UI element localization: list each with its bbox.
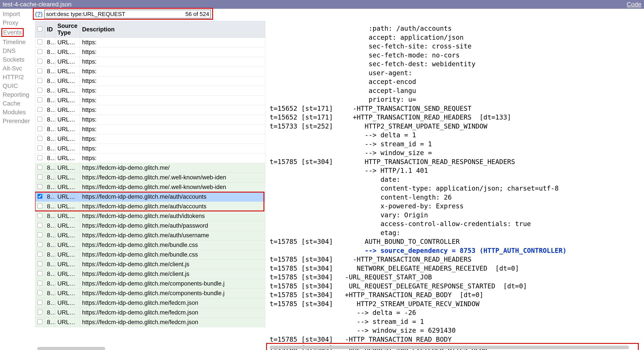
row-source-type: URL_REQUEST — [55, 57, 80, 67]
table-row[interactable]: 8984URL_REQUESThttps://fedcm-idp-demo.gl… — [35, 211, 265, 221]
row-id: 8984 — [45, 211, 55, 221]
row-checkbox[interactable] — [38, 213, 42, 218]
row-checkbox[interactable] — [38, 136, 42, 141]
table-row[interactable]: 8726URL_REQUESThttps: — [35, 57, 265, 67]
table-row[interactable]: 8716URL_REQUESThttps://fedcm-idp-demo.gl… — [35, 173, 265, 182]
row-checkbox[interactable] — [38, 126, 42, 131]
row-checkbox[interactable] — [38, 117, 42, 122]
sidebar-item-prerender[interactable]: Prerender — [3, 118, 35, 125]
sidebar-item-reporting[interactable]: Reporting — [3, 91, 35, 98]
row-id: 8855 — [45, 231, 55, 240]
filter-help-link[interactable]: (?) — [35, 11, 42, 18]
table-row[interactable]: 8777URL_REQUESThttps://fedcm-idp-demo.gl… — [35, 163, 265, 173]
sidebar-item-dns[interactable]: DNS — [3, 47, 35, 54]
row-checkbox[interactable] — [38, 232, 42, 237]
code-link[interactable]: Code — [627, 0, 641, 9]
sidebar-item-timeline[interactable]: Timeline — [3, 39, 35, 46]
row-id: 8851 — [45, 86, 55, 96]
select-all-checkbox[interactable] — [38, 27, 42, 31]
row-id: 8716 — [45, 173, 55, 182]
row-checkbox[interactable] — [38, 261, 42, 266]
row-checkbox[interactable] — [38, 175, 42, 179]
table-row[interactable]: 8790URL_REQUESThttps://fedcm-idp-demo.gl… — [35, 279, 265, 289]
col-description[interactable]: Description — [80, 21, 265, 38]
log-line: t=15652 [st=171] -HTTP_TRANSACTION_SEND_… — [270, 104, 640, 113]
row-id: 8938 — [45, 221, 55, 231]
row-checkbox[interactable] — [38, 252, 42, 257]
row-source-type: URL_REQUEST — [55, 298, 80, 308]
table-row[interactable]: 8589URL_REQUESThttps: — [35, 134, 265, 144]
table-row[interactable]: 8851URL_REQUESThttps: — [35, 86, 265, 96]
table-row[interactable]: 8960URL_REQUESThttps://fedcm-idp-demo.gl… — [35, 317, 265, 327]
row-description: https: — [80, 57, 265, 67]
table-row[interactable]: 8926URL_REQUESThttps: — [35, 105, 265, 115]
table-row[interactable]: 8939URL_REQUESThttps: — [35, 96, 265, 105]
sidebar-item-cache[interactable]: Cache — [3, 100, 35, 107]
sidebar-item-http2[interactable]: HTTP/2 — [3, 74, 35, 81]
table-row[interactable]: 8617URL_REQUESThttps: — [35, 125, 265, 134]
horizontal-scrollbar-left[interactable] — [37, 347, 105, 350]
table-row[interactable]: 8743URL_REQUESThttps://fedcm-idp-demo.gl… — [35, 192, 265, 202]
table-row[interactable]: 8855URL_REQUESThttps://fedcm-idp-demo.gl… — [35, 231, 265, 240]
sidebar-item-events[interactable]: Events — [1, 28, 24, 37]
table-row[interactable]: 8869URL_REQUESThttps: — [35, 154, 265, 163]
col-source-type[interactable]: Source Type — [55, 21, 80, 38]
row-checkbox[interactable] — [38, 290, 42, 295]
row-checkbox[interactable] — [38, 223, 42, 228]
table-row[interactable]: 8822URL_REQUESThttps://fedcm-idp-demo.gl… — [35, 260, 265, 269]
row-checkbox[interactable] — [38, 78, 42, 83]
table-row[interactable]: 8894URL_REQUESThttps://fedcm-idp-demo.gl… — [35, 289, 265, 298]
sidebar-item-quic[interactable]: QUIC — [3, 83, 35, 90]
row-checkbox[interactable] — [38, 194, 42, 199]
row-checkbox[interactable] — [38, 68, 42, 73]
sidebar-item-modules[interactable]: Modules — [3, 109, 35, 116]
horizontal-scrollbar-right[interactable] — [270, 345, 629, 349]
row-checkbox[interactable] — [38, 146, 42, 150]
sidebar-item-proxy[interactable]: Proxy — [3, 19, 35, 26]
row-checkbox[interactable] — [38, 155, 42, 160]
col-checkbox[interactable] — [35, 21, 45, 38]
sidebar-item-altsvc[interactable]: Alt-Svc — [3, 65, 35, 72]
row-checkbox[interactable] — [38, 165, 42, 170]
table-row[interactable]: 8830URL_REQUESThttps: — [35, 115, 265, 125]
col-id[interactable]: ID — [45, 21, 55, 38]
row-checkbox[interactable] — [38, 88, 42, 93]
row-checkbox[interactable] — [38, 49, 42, 54]
row-checkbox[interactable] — [38, 319, 42, 324]
row-checkbox[interactable] — [38, 107, 42, 112]
row-checkbox[interactable] — [38, 281, 42, 285]
sidebar-item-import[interactable]: Import — [3, 11, 35, 18]
table-row[interactable]: 8682URL_REQUESThttps://fedcm-idp-demo.gl… — [35, 298, 265, 308]
row-checkbox[interactable] — [38, 184, 42, 189]
table-row[interactable]: 8920URL_REQUESThttps://fedcm-idp-demo.gl… — [35, 269, 265, 279]
table-row[interactable]: 8893URL_REQUESThttps: — [35, 76, 265, 86]
row-source-type: URL_REQUEST — [55, 269, 80, 279]
filter-input[interactable]: sort:desc type:URL_REQUEST 56 of 524 — [44, 10, 211, 19]
table-row[interactable]: 8788URL_REQUESThttps://fedcm-idp-demo.gl… — [35, 240, 265, 250]
row-checkbox[interactable] — [38, 310, 42, 314]
table-row[interactable]: 8568URL_REQUESThttps: — [35, 38, 265, 47]
log-line: sec-fetch-site: cross-site — [270, 42, 640, 51]
log-line: t=15652 [st=171] +HTTP_TRANSACTION_READ_… — [270, 113, 640, 122]
row-checkbox[interactable] — [38, 300, 42, 305]
table-row[interactable]: 8764URL_REQUESThttps: — [35, 144, 265, 154]
log-line: t=15733 [st=252] HTTP2_STREAM_UPDATE_SEN… — [270, 122, 640, 131]
row-checkbox[interactable] — [38, 203, 42, 208]
row-checkbox[interactable] — [38, 59, 42, 64]
table-row[interactable]: 8938URL_REQUESThttps://fedcm-idp-demo.gl… — [35, 221, 265, 231]
row-checkbox[interactable] — [38, 97, 42, 102]
log-line: etag: — [270, 228, 640, 237]
log-line: sec-fetch-mode: no-cors — [270, 51, 640, 60]
table-row[interactable]: 8631URL_REQUESThttps: — [35, 67, 265, 76]
row-description: https://fedcm-idp-demo.glitch.me/fedcm.j… — [80, 298, 265, 308]
table-row[interactable]: 8754URL_REQUESThttps: — [35, 47, 265, 57]
table-row[interactable]: 8718URL_REQUESThttps://fedcm-idp-demo.gl… — [35, 308, 265, 317]
table-row[interactable]: 8968URL_REQUESThttps://fedcm-idp-demo.gl… — [35, 202, 265, 211]
row-checkbox[interactable] — [38, 271, 42, 276]
row-id: 8830 — [45, 115, 55, 125]
row-checkbox[interactable] — [38, 242, 42, 247]
row-checkbox[interactable] — [38, 40, 42, 44]
table-row[interactable]: 8892URL_REQUESThttps://fedcm-idp-demo.gl… — [35, 250, 265, 260]
sidebar-item-sockets[interactable]: Sockets — [3, 56, 35, 63]
table-row[interactable]: 8958URL_REQUESThttps://fedcm-idp-demo.gl… — [35, 182, 265, 192]
